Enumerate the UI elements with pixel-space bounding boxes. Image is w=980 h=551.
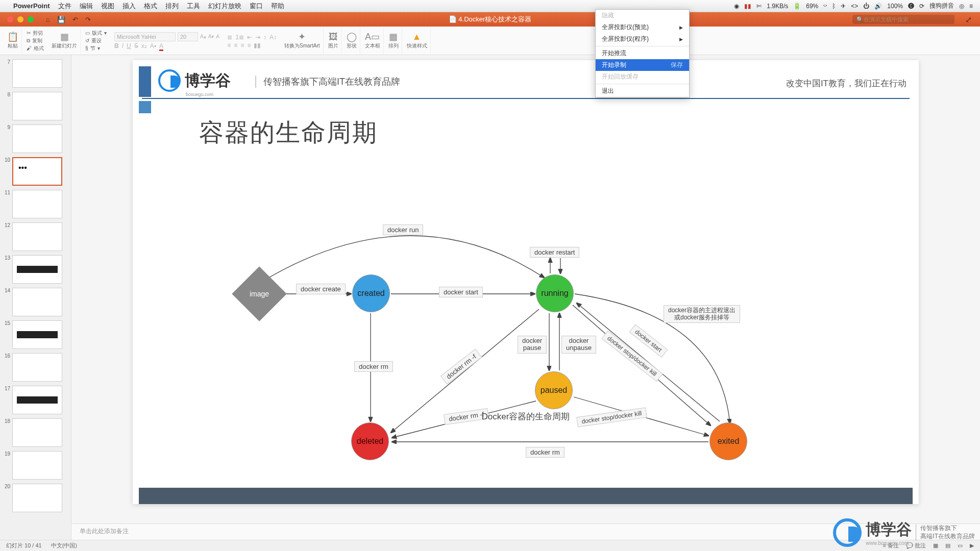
thumbnail-14[interactable]: 14	[2, 288, 69, 316]
code-icon[interactable]: <>	[851, 3, 858, 10]
close-button[interactable]	[7, 16, 13, 22]
switch-icon[interactable]: ⏻	[863, 3, 869, 10]
copy-button[interactable]: ⧉ 复制	[27, 37, 42, 44]
slide-canvas[interactable]: 博学谷 boxuegu.com 传智播客旗下高端IT在线教育品牌 改变中国IT教…	[133, 60, 919, 504]
layout-button[interactable]: ▭ 版式▾	[85, 30, 107, 37]
clear-format-icon[interactable]: A̸	[216, 34, 219, 39]
thumbnail-17[interactable]: 17	[2, 386, 69, 414]
chevron-right-icon: ▶	[679, 37, 683, 42]
justify-icon[interactable]: ≡	[247, 42, 251, 49]
zoom-button[interactable]	[28, 16, 34, 22]
menu-insert[interactable]: 插入	[122, 2, 136, 11]
thumbnail-11[interactable]: 11	[2, 190, 69, 218]
dd-hide[interactable]: 隐藏	[596, 10, 689, 21]
menu-edit[interactable]: 编辑	[80, 2, 93, 11]
menu-view[interactable]: 视图	[101, 2, 114, 11]
shrink-font-icon[interactable]: A▾	[208, 34, 214, 39]
cc-icon[interactable]: 🅒	[908, 3, 914, 10]
bt-icon[interactable]: ᛒ	[832, 3, 836, 10]
dd-start-stream[interactable]: 开始推流	[596, 47, 689, 59]
thumbnail-7[interactable]: 7	[2, 59, 69, 88]
airplane-icon[interactable]: ✈	[841, 3, 846, 10]
strike-icon[interactable]: S̶	[134, 42, 138, 49]
quickstyle-button[interactable]: ▲快速样式	[404, 28, 431, 54]
textdir-icon[interactable]: A↕	[270, 34, 277, 41]
dd-fullscreen-program[interactable]: 全屏投影仪(程序)▶	[596, 33, 689, 45]
language-label[interactable]: 中文(中国)	[51, 542, 77, 549]
thumbnail-18[interactable]: 18	[2, 418, 69, 447]
thumbnail-13[interactable]: 13	[2, 255, 69, 284]
thumbnail-19[interactable]: 19	[2, 451, 69, 480]
scissors-icon[interactable]: ✄	[756, 3, 762, 10]
vol-icon[interactable]: 🔊	[874, 3, 882, 10]
logo-icon	[158, 69, 181, 92]
picture-button[interactable]: 🖼图片	[325, 28, 342, 54]
obs-icon[interactable]: ◉	[734, 3, 739, 10]
align-center-icon[interactable]: ≡	[234, 42, 237, 49]
dd-replay-buffer[interactable]: 开始回放缓存	[596, 71, 689, 83]
app-name[interactable]: PowerPoint	[13, 2, 50, 10]
format-painter-button[interactable]: 🖌 格式	[27, 45, 44, 52]
section-button[interactable]: § 节▾	[85, 45, 100, 52]
sub-icon[interactable]: x₂	[141, 42, 147, 49]
menu-format[interactable]: 格式	[144, 2, 157, 11]
thumbnail-9[interactable]: 9	[2, 124, 69, 153]
bullets-icon[interactable]: ≣	[227, 34, 232, 41]
dd-exit[interactable]: 退出	[596, 85, 689, 97]
thumbnail-10[interactable]: 10•••	[2, 157, 69, 186]
highlight-icon[interactable]: A▪	[150, 42, 156, 49]
new-slide-button[interactable]: ▦新建幻灯片	[48, 28, 81, 54]
home-icon[interactable]: ⌂	[46, 16, 50, 23]
font-family-input[interactable]	[114, 32, 176, 41]
arrange-button[interactable]: ▦排列	[385, 28, 402, 54]
columns-icon[interactable]: ▮▮	[254, 42, 261, 49]
menu-help[interactable]: 帮助	[271, 2, 284, 11]
menu-icon[interactable]: ≡	[969, 3, 973, 10]
align-left-icon[interactable]: ≡	[227, 42, 231, 49]
indent-dec-icon[interactable]: ⇤	[247, 34, 252, 41]
menu-file[interactable]: 文件	[58, 2, 71, 11]
indent-inc-icon[interactable]: ⇥	[255, 34, 260, 41]
dd-start-record[interactable]: 开始录制保存	[596, 59, 689, 71]
menu-slideshow[interactable]: 幻灯片放映	[208, 2, 241, 11]
cut-button[interactable]: ✂ 剪切	[27, 30, 43, 37]
thumbnail-16[interactable]: 16	[2, 353, 69, 382]
ime-label[interactable]: 搜狗拼音	[929, 2, 954, 10]
save-icon[interactable]: 💾	[57, 16, 65, 23]
dd-fullscreen-preview[interactable]: 全屏投影仪(预览)▶	[596, 21, 689, 33]
menu-window[interactable]: 窗口	[250, 2, 263, 11]
smartart-button[interactable]: ✦转换为SmartArt	[281, 28, 323, 54]
sync-icon[interactable]: ⟳	[919, 3, 924, 10]
shapes-button[interactable]: ◯形状	[344, 28, 360, 54]
font-color-icon[interactable]: A	[159, 42, 163, 49]
wifi-icon[interactable]: ⌔	[823, 3, 827, 10]
thumbnail-20[interactable]: 20	[2, 484, 69, 512]
redo-icon[interactable]: ↷	[85, 16, 91, 23]
menu-arrange[interactable]: 排列	[165, 2, 179, 11]
bold-icon[interactable]: B	[114, 42, 119, 49]
search-box[interactable]: 🔍 在演示文稿中搜索	[852, 15, 954, 24]
underline-icon[interactable]: U	[127, 42, 131, 49]
thumbnail-12[interactable]: 12	[2, 222, 69, 251]
slide-caption: Docker容器的生命周期	[482, 411, 570, 422]
siri-icon[interactable]: ◎	[959, 3, 964, 10]
align-right-icon[interactable]: ≡	[240, 42, 244, 49]
minimize-button[interactable]	[17, 16, 23, 22]
linespace-icon[interactable]: ↕	[263, 34, 266, 41]
thumbnail-15[interactable]: 15	[2, 320, 69, 349]
reset-button[interactable]: ↺ 重设	[85, 37, 102, 44]
slide-thumbnails[interactable]: 78910•••11121314151617181920	[0, 55, 71, 540]
font-size-input[interactable]	[178, 32, 198, 41]
undo-icon[interactable]: ↶	[72, 16, 78, 23]
textbox-button[interactable]: A▭文本框	[362, 28, 384, 54]
paste-button[interactable]: 📋粘贴	[4, 28, 22, 54]
numbering-icon[interactable]: 1≣	[235, 34, 244, 41]
edge-unpause: dockerunpause	[561, 336, 596, 354]
traffic-lights	[0, 16, 34, 22]
thumbnail-8[interactable]: 8	[2, 92, 69, 120]
pause-icon[interactable]: ▮▮	[744, 3, 751, 10]
grow-font-icon[interactable]: A▴	[200, 34, 206, 39]
expand-icon[interactable]: ⤢	[965, 15, 972, 24]
italic-icon[interactable]: I	[122, 42, 124, 49]
menu-tools[interactable]: 工具	[187, 2, 200, 11]
